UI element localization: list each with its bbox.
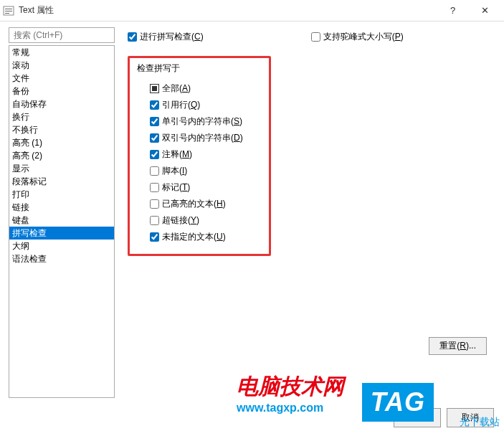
fieldset-item-label: 双引号内的字符串(D) [162,132,243,144]
category-tree[interactable]: 常规滚动文件备份自动保存换行不换行高亮 (1)高亮 (2)显示段落标记打印链接键… [9,45,115,398]
fieldset-item-label: 引用行(Q) [162,99,200,111]
enable-spellcheck-row[interactable]: 进行拼写检查(C) [128,31,204,43]
tree-item[interactable]: 高亮 (2) [9,149,114,162]
fieldset-item[interactable]: 脚本(I) [137,163,262,179]
tree-item[interactable]: 语法检查 [9,252,114,265]
fieldset-item[interactable]: 单引号内的字符串(S) [137,113,262,130]
svg-rect-3 [5,13,9,14]
content-panel: 进行拼写检查(C) 支持驼峰式大小写(P) 检查拼写于 全部(A)引用行(Q)单… [115,27,497,398]
fieldset-item-label: 已高亮的文本(H) [162,198,226,210]
tree-item[interactable]: 键盘 [9,214,114,227]
tree-item[interactable]: 拼写检查 [9,227,114,240]
fieldset-item[interactable]: 已高亮的文本(H) [137,196,262,212]
fieldset-item-label: 标记(T) [162,181,190,194]
fieldset-checkbox[interactable] [150,150,159,159]
enable-spellcheck-checkbox[interactable] [128,32,137,42]
watermark-tag: TAG [362,383,434,422]
fieldset-item[interactable]: 引用行(Q) [137,97,262,113]
fieldset-item[interactable]: 注释(M) [137,146,262,163]
close-button[interactable]: ✕ [469,0,501,22]
camelcase-row[interactable]: 支持驼峰式大小写(P) [311,31,404,43]
svg-rect-1 [5,9,12,9]
fieldset-checkbox[interactable] [150,183,159,192]
tree-item[interactable]: 自动保存 [9,98,114,110]
fieldset-item[interactable]: 双引号内的字符串(D) [137,130,262,146]
watermark-site2: 光下载站 [460,416,500,429]
tree-item[interactable]: 显示 [9,162,114,175]
fieldset-checkbox[interactable] [150,133,159,143]
tree-item[interactable]: 段落标记 [9,175,114,188]
fieldset-item-label: 全部(A) [162,82,191,95]
search-input[interactable] [9,27,115,43]
fieldset-item-label: 单引号内的字符串(S) [162,115,242,128]
fieldset-title: 检查拼写于 [137,62,262,75]
fieldset-checkbox[interactable] [150,84,159,93]
camelcase-label: 支持驼峰式大小写(P) [323,31,404,43]
tree-item[interactable]: 常规 [9,46,114,59]
tree-item[interactable]: 链接 [9,201,114,214]
check-spelling-in-fieldset: 检查拼写于 全部(A)引用行(Q)单引号内的字符串(S)双引号内的字符串(D)注… [128,56,271,256]
fieldset-checkbox[interactable] [150,199,159,209]
fieldset-checkbox[interactable] [150,117,159,126]
fieldset-item-label: 脚本(I) [162,165,187,177]
tree-item[interactable]: 备份 [9,85,114,98]
enable-spellcheck-label: 进行拼写检查(C) [140,31,204,43]
fieldset-item[interactable]: 超链接(Y) [137,212,262,229]
fieldset-item[interactable]: 全部(A) [137,80,262,97]
fieldset-item[interactable]: 未指定的文本(U) [137,229,262,245]
tree-item[interactable]: 文件 [9,72,114,85]
titlebar: Text 属性 ? ✕ [0,0,504,22]
fieldset-checkbox[interactable] [150,232,159,242]
watermark-site1: 电脑技术网 www.tagxp.com [237,372,344,414]
reset-button[interactable]: 重置(R)... [429,337,487,355]
fieldset-item-label: 超链接(Y) [162,214,199,227]
tree-item[interactable]: 高亮 (1) [9,136,114,149]
tree-item[interactable]: 滚动 [9,59,114,72]
tree-item[interactable]: 换行 [9,110,114,123]
svg-rect-2 [5,11,12,11]
tree-item[interactable]: 不换行 [9,123,114,136]
fieldset-item[interactable]: 标记(T) [137,179,262,196]
fieldset-item-label: 未指定的文本(U) [162,231,226,243]
fieldset-item-label: 注释(M) [162,148,192,161]
app-icon [3,5,14,16]
help-button[interactable]: ? [437,0,469,22]
camelcase-checkbox[interactable] [311,32,320,42]
sidebar: 常规滚动文件备份自动保存换行不换行高亮 (1)高亮 (2)显示段落标记打印链接键… [9,27,115,398]
tree-item[interactable]: 大纲 [9,240,114,252]
fieldset-checkbox[interactable] [150,216,159,225]
tree-item[interactable]: 打印 [9,188,114,201]
window-title: Text 属性 [19,4,437,16]
fieldset-checkbox[interactable] [150,100,159,110]
fieldset-checkbox[interactable] [150,166,159,176]
